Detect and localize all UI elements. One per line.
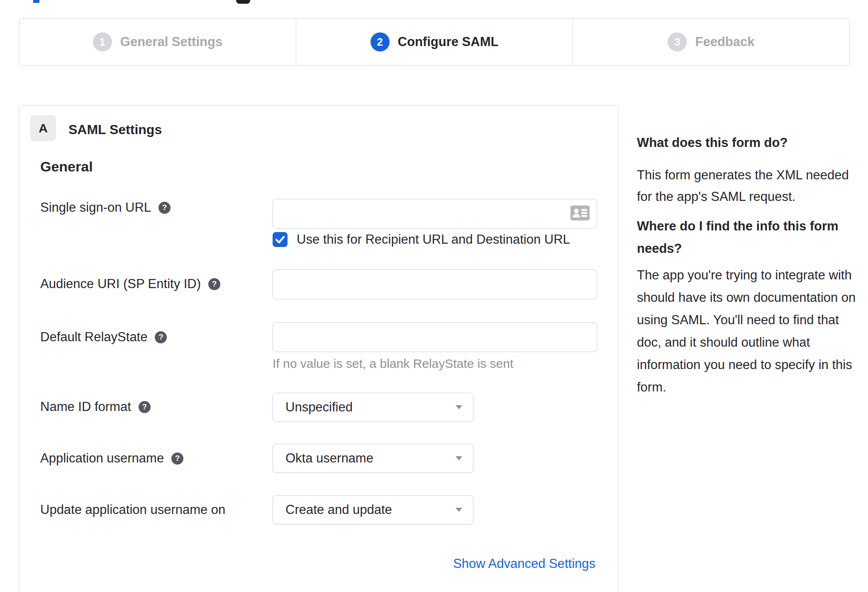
app-username-label-row: Application username ? [40, 451, 183, 466]
audience-uri-input[interactable] [273, 269, 597, 299]
sidebar-where-heading: Where do I find the info this form needs… [637, 215, 839, 260]
sso-url-label: Single sign-on URL [40, 200, 151, 215]
checkmark-icon [275, 235, 285, 244]
step-2-circle: 2 [371, 32, 390, 51]
sidebar-what-body: This form generates the XML needed for t… [637, 164, 849, 208]
help-icon[interactable]: ? [155, 331, 167, 343]
step-feedback[interactable]: 3 Feedback [573, 19, 849, 65]
chevron-down-icon [456, 405, 462, 409]
cropped-dark-icon [236, 0, 250, 4]
general-section-heading: General [40, 159, 93, 175]
panel-title: SAML Settings [68, 122, 162, 137]
update-username-label-row: Update application username on [40, 502, 225, 517]
recipient-url-check-row: Use this for Recipient URL and Destinati… [273, 232, 570, 247]
update-username-label: Update application username on [40, 502, 225, 517]
step-3-label: Feedback [695, 34, 754, 49]
sso-url-input[interactable] [273, 199, 597, 229]
step-general-settings[interactable]: 1 General Settings [20, 19, 296, 65]
show-advanced-settings-link[interactable]: Show Advanced Settings [453, 556, 595, 571]
relaystate-label-row: Default RelayState ? [40, 330, 167, 345]
sso-url-input-wrap [273, 199, 597, 229]
audience-uri-input-wrap [273, 269, 597, 299]
step-1-label: General Settings [120, 34, 222, 49]
sidebar-what-heading: What does this form do? [637, 135, 788, 150]
cropped-blue-fragment [33, 0, 39, 3]
sidebar-where-body: The app you're trying to integrate with … [637, 264, 856, 399]
section-a-badge: A [30, 115, 56, 141]
relaystate-input[interactable] [273, 322, 597, 352]
help-icon[interactable]: ? [171, 453, 183, 465]
relaystate-input-wrap [273, 322, 597, 352]
update-username-select[interactable]: Create and update [273, 495, 473, 524]
relaystate-label: Default RelayState [40, 330, 147, 345]
saml-settings-panel: A SAML Settings General Single sign-on U… [19, 105, 618, 592]
help-icon[interactable]: ? [139, 401, 151, 413]
wizard-stepper: 1 General Settings 2 Configure SAML 3 Fe… [19, 18, 850, 66]
sso-url-label-row: Single sign-on URL ? [40, 200, 171, 215]
step-3-circle: 3 [668, 32, 687, 51]
audience-uri-label-row: Audience URI (SP Entity ID) ? [40, 276, 220, 291]
name-id-format-label-row: Name ID format ? [40, 399, 151, 414]
update-username-value: Create and update [285, 502, 392, 517]
name-id-format-select[interactable]: Unspecified [273, 393, 473, 422]
step-configure-saml[interactable]: 2 Configure SAML [296, 19, 573, 65]
relaystate-hint: If no value is set, a blank RelayState i… [273, 357, 513, 371]
use-for-recipient-label: Use this for Recipient URL and Destinati… [297, 232, 570, 247]
chevron-down-icon [456, 456, 462, 460]
contact-card-icon[interactable] [571, 205, 590, 222]
step-1-circle: 1 [93, 32, 112, 51]
app-username-value: Okta username [285, 451, 373, 466]
app-username-label: Application username [40, 451, 164, 466]
chevron-down-icon [456, 508, 462, 512]
help-icon[interactable]: ? [158, 202, 171, 214]
help-icon[interactable]: ? [208, 278, 220, 290]
name-id-format-value: Unspecified [285, 400, 353, 415]
step-2-label: Configure SAML [398, 34, 499, 49]
app-username-select[interactable]: Okta username [273, 444, 473, 473]
name-id-format-label: Name ID format [40, 399, 131, 414]
use-for-recipient-checkbox[interactable] [273, 232, 288, 247]
audience-uri-label: Audience URI (SP Entity ID) [40, 276, 201, 291]
